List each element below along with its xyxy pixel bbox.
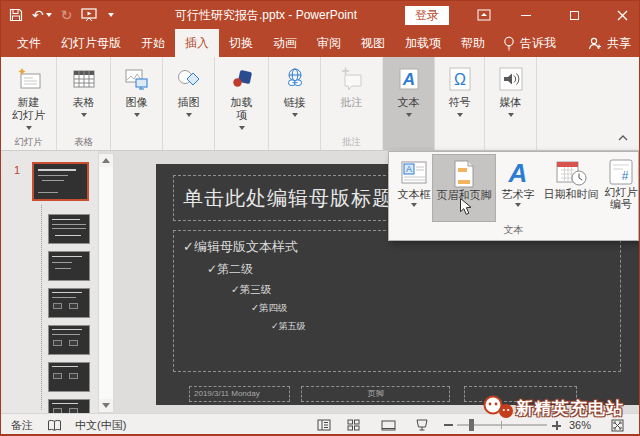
watermark: 新精英充电站	[482, 394, 624, 422]
ribbon-display-options-button[interactable]	[471, 1, 497, 29]
menu-item-date-time[interactable]: 日期和时间	[540, 154, 602, 222]
start-slideshow-icon[interactable]	[81, 8, 97, 22]
tell-me-label: 告诉我	[520, 35, 556, 52]
normal-view-button[interactable]	[317, 414, 331, 436]
close-button[interactable]	[607, 1, 637, 29]
layout-thumbnail[interactable]	[48, 325, 90, 355]
tab-slide-master[interactable]: 幻灯片母版	[51, 29, 131, 57]
date-time-icon	[555, 158, 587, 188]
text-button-label: 文本	[398, 96, 420, 109]
illustrations-caret-icon	[186, 113, 192, 117]
table-caret-icon	[81, 113, 87, 117]
media-button-label: 媒体	[500, 96, 522, 109]
layout-thumbnail[interactable]	[48, 288, 90, 318]
group-symbols[interactable]: Ω 符号	[435, 57, 485, 150]
images-button-label: 图像	[126, 96, 148, 109]
date-placeholder[interactable]: 2019/3/11 Monday	[189, 386, 290, 402]
symbols-omega-icon: Ω	[448, 62, 472, 96]
zoom-slider-thumb[interactable]	[469, 419, 474, 431]
scroll-down-icon	[102, 403, 110, 408]
ribbon: 新建幻灯片 幻灯片 表格 表格 图像 插图	[1, 57, 639, 151]
zoom-out-button[interactable]	[444, 414, 453, 436]
share-person-icon	[588, 37, 602, 50]
group-table[interactable]: 表格 表格	[57, 57, 111, 150]
group-images[interactable]: 图像	[111, 57, 163, 150]
tab-help[interactable]: 帮助	[451, 29, 495, 57]
group-comments: 批注 批注	[321, 57, 383, 150]
new-slide-button-label: 新建幻灯片	[12, 96, 45, 122]
zoom-slider-tick	[501, 421, 502, 429]
customize-qat-caret-icon[interactable]	[106, 13, 114, 17]
tab-animations[interactable]: 动画	[263, 29, 307, 57]
tab-review[interactable]: 审阅	[307, 29, 351, 57]
group-text-button[interactable]: A 文本	[383, 57, 435, 150]
symbols-caret-icon	[457, 113, 463, 117]
svg-text:A: A	[401, 70, 414, 89]
thumbnail-scrollbar[interactable]	[98, 153, 114, 413]
svg-text:A: A	[508, 158, 528, 188]
textbox-caret-icon	[411, 203, 417, 207]
tab-transitions[interactable]: 切换	[219, 29, 263, 57]
svg-text:Ω: Ω	[454, 71, 466, 88]
wordart-label: 艺术字	[502, 188, 535, 200]
watermark-text: 新精英充电站	[516, 397, 624, 420]
footer-placeholder[interactable]: 页脚	[301, 386, 450, 402]
login-button[interactable]: 登录	[405, 6, 449, 25]
language-button[interactable]: 中文(中国)	[75, 414, 126, 436]
group-label-table: 表格	[57, 136, 110, 149]
group-addins[interactable]: 加载项	[215, 57, 269, 150]
symbols-button-label: 符号	[449, 96, 471, 109]
tell-me-box[interactable]: 告诉我	[495, 29, 564, 57]
media-speaker-icon	[498, 62, 524, 96]
menu-item-textbox[interactable]: A 文本框	[392, 154, 436, 222]
notes-button[interactable]: 备注	[11, 414, 33, 436]
master-slide-thumbnail-selected[interactable]	[32, 162, 89, 201]
tab-addins[interactable]: 加载项	[395, 29, 451, 57]
save-icon[interactable]	[9, 8, 23, 22]
header-footer-icon	[451, 159, 477, 189]
tab-file[interactable]: 文件	[7, 29, 51, 57]
slideshow-view-button[interactable]	[415, 414, 429, 436]
scroll-down-button[interactable]	[99, 399, 113, 412]
bullet-level-1: ✓编辑母版文本样式	[183, 238, 298, 256]
menu-item-slide-number[interactable]: # 幻灯片编号	[604, 154, 638, 222]
images-icon	[123, 62, 150, 96]
layout-thumbnail[interactable]	[48, 214, 90, 244]
layout-thumbnail[interactable]	[48, 251, 90, 281]
tab-view[interactable]: 视图	[351, 29, 395, 57]
wordart-caret-icon	[515, 203, 521, 207]
share-button[interactable]: 共享	[588, 29, 631, 57]
illustrations-icon	[175, 62, 202, 96]
tab-home[interactable]: 开始	[131, 29, 175, 57]
group-slides[interactable]: 新建幻灯片 幻灯片	[1, 57, 57, 150]
link-icon	[282, 62, 308, 96]
ribbon-spacer	[537, 57, 639, 150]
table-icon	[71, 62, 97, 96]
bullet-level-4: ✓第四级	[251, 302, 287, 315]
minimize-button[interactable]	[511, 1, 541, 29]
images-caret-icon	[134, 113, 140, 117]
undo-button[interactable]: ↶	[32, 8, 52, 22]
body-placeholder[interactable]: ✓编辑母版文本样式 ✓第二级 ✓第三级 ✓第四级 ✓第五级	[173, 230, 621, 372]
notes-book-icon[interactable]	[47, 414, 62, 436]
menu-item-wordart[interactable]: A 艺术字	[498, 154, 538, 222]
text-icon: A	[397, 62, 421, 96]
textbox-icon: A	[399, 158, 429, 188]
slide-sorter-view-button[interactable]	[347, 414, 360, 436]
group-links[interactable]: 链接	[269, 57, 321, 150]
group-illustrations[interactable]: 插图	[163, 57, 215, 150]
scroll-up-button[interactable]	[99, 154, 113, 167]
layout-thumbnail[interactable]	[48, 362, 90, 392]
tab-insert[interactable]: 插入	[175, 29, 219, 57]
collapse-ribbon-chevron-icon[interactable]	[617, 128, 629, 146]
group-media[interactable]: 媒体	[485, 57, 537, 150]
quick-access-toolbar: ↶ ↻	[9, 1, 114, 29]
restore-button[interactable]	[559, 1, 589, 29]
layout-thumbnail-partial[interactable]	[48, 399, 90, 413]
window-title: 可行性研究报告.pptx - PowerPoint	[151, 1, 381, 29]
mouse-cursor	[459, 197, 473, 220]
layout-connector-line	[41, 205, 42, 410]
addins-caret-icon	[239, 126, 245, 130]
reading-view-button[interactable]	[381, 414, 396, 436]
minimize-icon	[521, 15, 531, 16]
